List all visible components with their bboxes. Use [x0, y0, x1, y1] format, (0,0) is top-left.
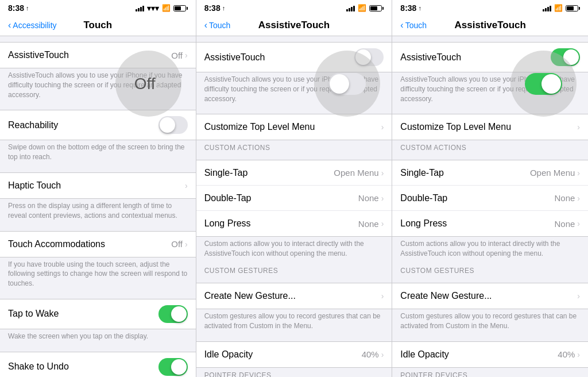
nav-bar-1: ‹ Accessibility Touch [0, 15, 196, 36]
back-chevron-2: ‹ [204, 20, 207, 30]
shakeundo-toggle[interactable] [158, 358, 188, 376]
assistivetouch-right: Off › [171, 51, 187, 60]
status-bar-3: 8:38 ↑ 📶 [392, 0, 588, 15]
customize-title-2: Customize Top Level Menu [204, 122, 381, 132]
group-gestures-3: Create New Gesture... › [392, 283, 588, 309]
wifi-symbol-2: 📶 [358, 4, 366, 12]
idle-opacity-left-2: Idle Opacity [204, 349, 362, 360]
single-tap-title-2: Single-Tap [204, 168, 334, 178]
nav-back-1[interactable]: ‹ Accessibility [8, 20, 57, 30]
double-tap-item-3[interactable]: Double-Tap None › [392, 186, 588, 211]
content-2: AssistiveTouch AssistiveTouch allows you… [196, 36, 392, 377]
actions-desc-3: Custom actions allow you to interact dir… [392, 237, 588, 263]
nav-title-1: Touch [83, 20, 112, 31]
touchacc-desc: If you have trouble using the touch scre… [0, 257, 196, 293]
idle-opacity-value-2: 40% [362, 349, 379, 359]
status-time-3: 8:38 [400, 3, 416, 13]
assistivetouch-value: Off [171, 51, 183, 60]
create-gesture-right-2: › [381, 291, 384, 301]
single-tap-left-3: Single-Tap [400, 168, 530, 178]
create-gesture-item-3[interactable]: Create New Gesture... › [392, 283, 588, 309]
idle-opacity-item-3[interactable]: Idle Opacity 40% › [392, 342, 588, 367]
single-tap-item-3[interactable]: Single-Tap Open Menu › [392, 160, 588, 186]
idle-opacity-chevron-3: › [577, 350, 580, 359]
long-press-right-3: None › [554, 219, 580, 229]
long-press-title-3: Long Press [400, 218, 554, 229]
touchacc-title: Touch Accommodations [8, 239, 171, 249]
idle-opacity-item-2[interactable]: Idle Opacity 40% › [196, 342, 392, 367]
custom-gestures-header-2: CUSTOM GESTURES [196, 263, 392, 277]
pointer-devices-header-3: POINTER DEVICES [392, 368, 588, 377]
at-toggle-2[interactable] [354, 48, 384, 66]
reachability-left: Reachability [8, 120, 158, 130]
long-press-item-2[interactable]: Long Press None › [196, 211, 392, 236]
single-tap-value-2: Open Menu [334, 168, 378, 178]
single-tap-left-2: Single-Tap [204, 168, 334, 178]
reachability-item[interactable]: Reachability [0, 110, 196, 140]
idle-opacity-value-3: 40% [558, 349, 575, 359]
double-tap-title-2: Double-Tap [204, 193, 358, 203]
single-tap-title-3: Single-Tap [400, 168, 530, 178]
reachability-title: Reachability [8, 120, 158, 130]
wifi-symbol-1: 📶 [162, 4, 171, 12]
reachability-toggle[interactable] [158, 116, 188, 134]
at-toggle-left-2: AssistiveTouch [204, 52, 355, 63]
double-tap-title-3: Double-Tap [400, 193, 554, 203]
shakeundo-item[interactable]: Shake to Undo [0, 352, 196, 377]
screen-2: 8:38 ↑ 📶 ‹ Touch AssistiveTouch [196, 0, 393, 377]
create-gesture-item-2[interactable]: Create New Gesture... › [196, 283, 392, 309]
group-actions-3: Single-Tap Open Menu › Double-Tap None › [392, 160, 588, 237]
customize-item-3[interactable]: Customize Top Level Menu › [392, 114, 588, 140]
assistivetouch-title: AssistiveTouch [8, 50, 171, 60]
double-tap-value-2: None [358, 193, 379, 203]
nav-back-3[interactable]: ‹ Touch [400, 20, 427, 30]
back-chevron-3: ‹ [400, 20, 403, 30]
double-tap-item-2[interactable]: Double-Tap None › [196, 186, 392, 211]
long-press-item-3[interactable]: Long Press None › [392, 211, 588, 236]
idle-opacity-right-2: 40% › [362, 349, 384, 359]
haptic-desc: Press on the display using a different l… [0, 199, 196, 225]
haptic-item[interactable]: Haptic Touch › [0, 173, 196, 198]
group-opacity-3: Idle Opacity 40% › [392, 341, 588, 368]
at-thumb-2 [355, 49, 371, 65]
single-tap-chevron-3: › [577, 168, 580, 178]
customize-chevron-3: › [577, 122, 580, 132]
create-gesture-title-3: Create New Gesture... [400, 291, 577, 301]
customize-item-2[interactable]: Customize Top Level Menu › [196, 114, 392, 140]
assistivetouch-item[interactable]: AssistiveTouch Off › [0, 43, 196, 68]
long-press-title-2: Long Press [204, 218, 358, 229]
status-icons-2: 📶 [346, 4, 384, 12]
touchacc-item[interactable]: Touch Accommodations Off › [0, 232, 196, 257]
long-press-chevron-3: › [577, 219, 580, 228]
signal-icon-2 [346, 5, 355, 11]
nav-back-2[interactable]: ‹ Touch [204, 20, 231, 30]
idle-opacity-title-3: Idle Opacity [400, 349, 558, 360]
create-gesture-chevron-2: › [381, 291, 384, 301]
back-label-2[interactable]: Touch [209, 21, 230, 30]
assistivetouch-desc: AssistiveTouch allows you to use your iP… [0, 68, 196, 104]
taptowake-item[interactable]: Tap to Wake [0, 299, 196, 329]
back-label-3[interactable]: Touch [405, 21, 427, 30]
taptowake-thumb [171, 306, 187, 322]
group-taptowake: Tap to Wake [0, 299, 196, 329]
custom-actions-header-3: CUSTOM ACTIONS [392, 140, 588, 154]
single-tap-item-2[interactable]: Single-Tap Open Menu › [196, 160, 392, 186]
double-tap-right-2: None › [358, 193, 384, 203]
customize-left-2: Customize Top Level Menu [204, 122, 381, 132]
touchacc-chevron: › [185, 240, 188, 249]
create-gesture-title-2: Create New Gesture... [204, 291, 381, 301]
status-bar-1: 8:38 ↑ ▾▾▾ 📶 [0, 0, 196, 15]
at-toggle-item-2[interactable]: AssistiveTouch [196, 43, 392, 72]
nav-bar-3: ‹ Touch AssistiveTouch [392, 15, 588, 36]
shakeundo-left: Shake to Undo [8, 361, 158, 372]
pointer-devices-header-2: POINTER DEVICES [196, 368, 392, 377]
battery-icon-1 [173, 5, 188, 11]
taptowake-toggle[interactable] [158, 305, 188, 323]
location-arrow-1: ↑ [26, 5, 29, 11]
create-gesture-chevron-3: › [577, 291, 580, 301]
nav-title-2: AssistiveTouch [258, 20, 330, 31]
customize-chevron-2: › [381, 122, 384, 132]
signal-icon-3 [543, 5, 551, 11]
nav-bar-2: ‹ Touch AssistiveTouch [196, 15, 392, 36]
back-label-1[interactable]: Accessibility [13, 21, 56, 30]
